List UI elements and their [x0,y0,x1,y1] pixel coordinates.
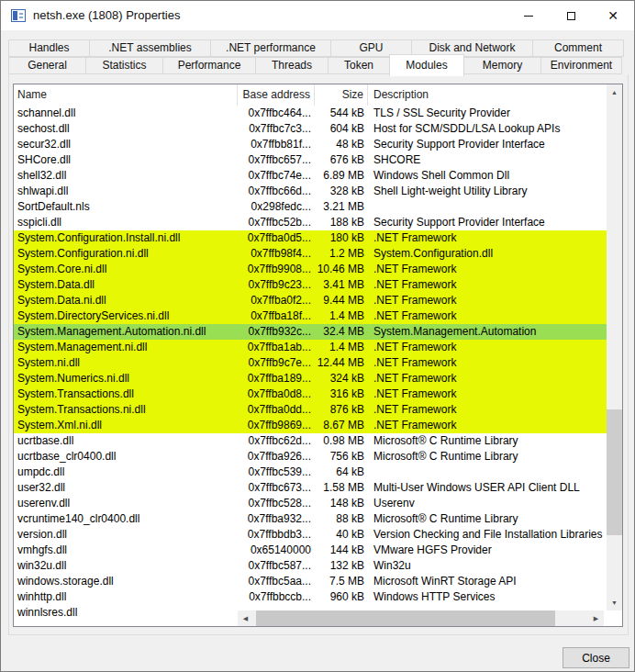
module-base-address-cell: 0x7ffb9c23... [238,277,315,293]
module-size-cell: 1.4 MB [315,308,368,324]
module-description-cell: Security Support Provider Interface [368,215,607,230]
module-description-cell: Microsoft® C Runtime Library [368,433,607,449]
column-header-name[interactable]: Name [14,84,238,106]
table-row[interactable]: SHCore.dll0x7ffbc657...676 kBSHCORE [14,152,607,168]
table-row[interactable]: System.ni.dll0x7ffb9c7e...12.44 MB.NET F… [14,355,607,371]
properties-window: netsh.exe (1808) Properties ✕ Handles.NE… [0,0,635,672]
module-name-cell: System.DirectoryServices.ni.dll [14,308,238,324]
module-base-address-cell: 0x7ffba1ab... [238,340,315,355]
table-row[interactable]: shlwapi.dll0x7ffbc66d...328 kBShell Ligh… [14,184,607,199]
close-button[interactable]: Close [563,647,629,668]
module-size-cell: 88 kB [315,511,368,527]
close-window-button[interactable]: ✕ [592,1,634,30]
table-row[interactable]: System.Data.dll0x7ffb9c23...3.41 MB.NET … [14,277,607,293]
maximize-icon [567,12,575,20]
table-row[interactable]: windows.storage.dll0x7ffbc5aa...7.5 MBMi… [14,574,607,589]
tab-general[interactable]: General [8,57,86,74]
table-row[interactable]: winhttp.dll0x7ffbbccb...960 kBWindows HT… [14,589,607,605]
module-description-cell: System.Management.Automation [368,324,607,340]
list-header: Name Base address Size Description [14,84,607,106]
table-row[interactable]: secur32.dll0x7ffbb81f...48 kBSecurity Su… [14,137,607,152]
table-row[interactable]: ucrtbase_clr0400.dll0x7ffba926...756 kBM… [14,449,607,465]
scroll-left-icon[interactable]: ◀ [238,610,253,626]
table-row[interactable]: version.dll0x7ffbbdb3...40 kBVersion Che… [14,527,607,543]
tab-performance[interactable]: Performance [162,57,256,74]
tab-memory[interactable]: Memory [463,57,541,74]
module-base-address-cell: 0x7ffbc66d... [238,184,315,199]
table-row[interactable]: System.Transactions.ni.dll0x7ffba0dd...8… [14,402,607,418]
table-row[interactable]: System.Xml.ni.dll0x7ffb9869...8.67 MB.NE… [14,418,607,433]
table-row[interactable]: shell32.dll0x7ffbc74e...6.89 MBWindows S… [14,168,607,184]
module-size-cell: 64 kB [315,465,368,480]
module-size-cell: 32.4 MB [315,324,368,340]
module-base-address-cell: 0x7ffba926... [238,449,315,465]
table-row[interactable]: System.Management.Automation.ni.dll0x7ff… [14,324,607,340]
module-description-cell [368,199,607,215]
table-row[interactable]: System.Numerics.ni.dll0x7ffba189...324 k… [14,371,607,386]
module-base-address-cell: 0x7ffba0f2... [238,293,315,308]
module-size-cell: 180 kB [315,230,368,246]
column-header-size[interactable]: Size [315,84,368,106]
column-header-base-address[interactable]: Base address [238,84,315,106]
tab-token[interactable]: Token [328,57,390,74]
module-description-cell: .NET Framework [368,418,607,433]
modules-listview: Name Base address Size Description schan… [13,84,623,627]
table-row[interactable]: schannel.dll0x7ffbc464...544 kBTLS / SSL… [14,106,607,121]
module-size-cell: 960 kB [315,589,368,605]
table-row[interactable]: System.Data.ni.dll0x7ffba0f2...9.44 MB.N… [14,293,607,308]
window-title: netsh.exe (1808) Properties [33,8,180,22]
table-row[interactable]: SortDefault.nls0x298fedc...3.21 MB [14,199,607,215]
module-base-address-cell: 0x7ffbc539... [238,465,315,480]
table-row[interactable]: vcruntime140_clr0400.dll0x7ffba932...88 … [14,511,607,527]
maximize-button[interactable] [550,1,592,30]
module-size-cell: 0.98 MB [315,433,368,449]
table-row[interactable]: System.Configuration.Install.ni.dll0x7ff… [14,230,607,246]
module-description-cell: Version Checking and File Installation L… [368,527,607,543]
table-row[interactable]: vmhgfs.dll0x65140000144 kBVMware HGFS Pr… [14,543,607,558]
module-size-cell: 1.4 MB [315,340,368,355]
scroll-up-icon[interactable]: ▲ [607,84,622,100]
table-row[interactable]: System.Management.ni.dll0x7ffba1ab...1.4… [14,340,607,355]
table-row[interactable]: sechost.dll0x7ffbc7c3...604 kBHost for S… [14,121,607,137]
scroll-down-icon[interactable]: ▼ [607,595,622,610]
column-header-description[interactable]: Description [368,84,607,106]
tab-modules[interactable]: Modules [389,54,464,76]
module-name-cell: vcruntime140_clr0400.dll [14,511,238,527]
table-row[interactable]: System.Configuration.ni.dll0x7ffb98f4...… [14,246,607,262]
module-size-cell: 6.89 MB [315,168,368,184]
table-row[interactable]: System.Core.ni.dll0x7ffb9908...10.46 MB.… [14,262,607,277]
table-row[interactable]: userenv.dll0x7ffbc528...148 kBUserenv [14,496,607,511]
module-description-cell: Microsoft® C Runtime Library [368,449,607,465]
tab--net-assemblies[interactable]: .NET assemblies [89,39,211,57]
tab-threads[interactable]: Threads [255,57,329,74]
vertical-scrollbar-thumb[interactable] [607,409,622,535]
tab-strip-row-2: GeneralStatisticsPerformanceThreadsToken… [8,57,621,76]
module-base-address-cell: 0x7ffbbccb... [238,589,315,605]
module-base-address-cell: 0x7ffbc7c3... [238,121,315,137]
table-row[interactable]: umpdc.dll0x7ffbc539...64 kB [14,465,607,480]
tab-comment[interactable]: Comment [532,39,624,57]
module-base-address-cell: 0x7ffba0dd... [238,402,315,418]
module-name-cell: System.Configuration.ni.dll [14,246,238,262]
module-description-cell [368,465,607,480]
vertical-scrollbar[interactable]: ▲ ▼ [607,84,622,610]
horizontal-scrollbar-thumb[interactable] [256,610,555,626]
table-row[interactable]: sspicli.dll0x7ffbc52b...188 kBSecurity S… [14,215,607,230]
module-base-address-cell: 0x7ffbbdb3... [238,527,315,543]
scroll-right-icon[interactable]: ▶ [588,610,604,626]
table-row[interactable]: win32u.dll0x7ffbc587...132 kBWin32u [14,558,607,574]
table-row[interactable]: System.DirectoryServices.ni.dll0x7ffba18… [14,308,607,324]
horizontal-scrollbar[interactable]: ◀ ▶ [238,610,604,626]
table-row[interactable]: user32.dll0x7ffbc673...1.58 MBMulti-User… [14,480,607,496]
module-description-cell: .NET Framework [368,340,607,355]
table-row[interactable]: System.Transactions.dll0x7ffba0d8...316 … [14,386,607,402]
tab-environment[interactable]: Environment [540,57,622,74]
tab-handles[interactable]: Handles [8,39,90,57]
tab-statistics[interactable]: Statistics [85,57,163,74]
module-size-cell: 10.46 MB [315,262,368,277]
table-row[interactable]: ucrtbase.dll0x7ffbc62d...0.98 MBMicrosof… [14,433,607,449]
module-name-cell: umpdc.dll [14,465,238,480]
tab--net-performance[interactable]: .NET performance [210,39,331,57]
minimize-button[interactable] [507,1,550,30]
module-size-cell: 604 kB [315,121,368,137]
